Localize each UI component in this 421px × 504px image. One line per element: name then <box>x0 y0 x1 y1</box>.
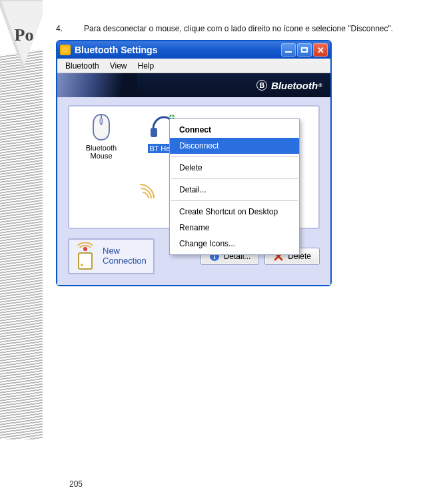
wireless-icon <box>73 242 97 270</box>
menu-view[interactable]: View <box>106 60 131 72</box>
page-number: 205 <box>69 479 83 489</box>
window-title: Bluetooth Settings <box>75 45 157 55</box>
new-connection-label: NewConnection <box>103 246 147 266</box>
ctx-create-shortcut[interactable]: Create Shortcut on Desktop <box>170 204 299 220</box>
svg-rect-1 <box>100 119 103 124</box>
brand-band: B Bluetooth ® <box>57 73 330 97</box>
device-bluetooth-mouse[interactable]: BluetoothMouse <box>77 113 125 160</box>
mouse-icon <box>85 113 117 141</box>
new-connection-button[interactable]: NewConnection <box>68 238 155 274</box>
titlebar[interactable]: Bluetooth Settings ✕ <box>57 41 330 59</box>
step-text: Para desconectar o mouse, clique com o l… <box>84 23 402 35</box>
device-list-panel: BluetoothMouse BT Head Connect Disconnec… <box>68 105 320 229</box>
ctx-separator <box>171 178 298 179</box>
ctx-delete[interactable]: Delete <box>170 160 299 176</box>
ctx-separator <box>171 200 298 201</box>
menu-bluetooth[interactable]: Bluetooth <box>61 60 103 72</box>
minimize-button[interactable] <box>281 43 296 57</box>
ctx-rename[interactable]: Rename <box>170 220 299 236</box>
menu-help[interactable]: Help <box>134 60 159 72</box>
svg-rect-5 <box>79 253 92 269</box>
ctx-connect[interactable]: Connect <box>170 122 299 138</box>
instruction-step: 4. Para desconectar o mouse, clique com … <box>56 23 402 35</box>
step-number: 4. <box>56 23 68 35</box>
ctx-separator <box>171 156 298 157</box>
maximize-button[interactable] <box>297 43 312 57</box>
logo-po: Po <box>15 25 34 45</box>
svg-rect-2 <box>151 128 157 137</box>
svg-point-6 <box>83 247 87 251</box>
signal-icon <box>141 172 159 198</box>
ctx-disconnect[interactable]: Disconnect <box>170 138 299 154</box>
ctx-detail[interactable]: Detail... <box>170 182 299 198</box>
context-menu: Connect Disconnect Delete Detail... Crea… <box>169 119 300 255</box>
menubar: Bluetooth View Help <box>57 59 330 73</box>
bluetooth-settings-window: Bluetooth Settings ✕ Bluetooth View Help… <box>56 40 332 286</box>
ctx-change-icons[interactable]: Change Icons... <box>170 236 299 252</box>
device-label: BluetoothMouse <box>77 144 125 160</box>
bluetooth-logo-icon: B <box>256 80 267 91</box>
close-button[interactable]: ✕ <box>313 43 328 57</box>
app-icon <box>60 45 71 55</box>
svg-point-7 <box>81 264 83 266</box>
page-decoration: Po <box>0 0 43 439</box>
registered-mark: ® <box>318 83 322 89</box>
brand-text: Bluetooth <box>271 80 318 91</box>
